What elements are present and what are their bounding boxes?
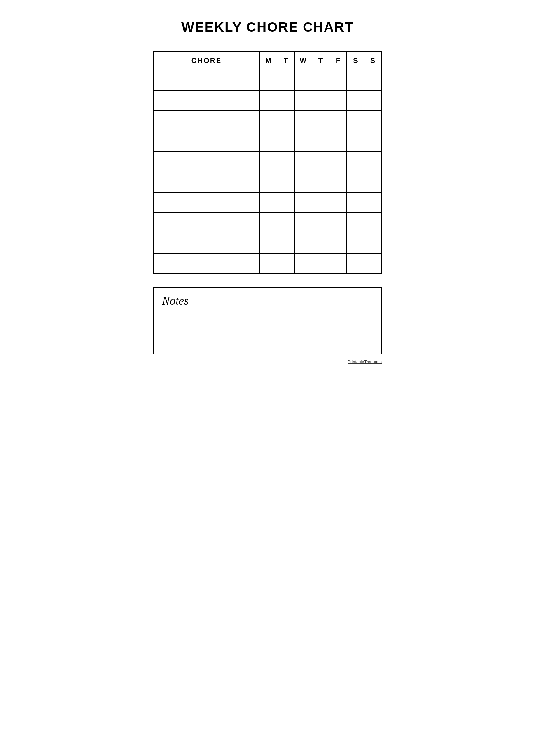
day-cell-1-fri[interactable] [329,70,347,91]
chore-cell-5[interactable] [153,151,260,172]
day-cell-1-mon[interactable] [260,70,277,91]
table-row [153,70,382,91]
day-cell-9-thu[interactable] [312,232,330,254]
notes-line-1[interactable] [214,294,373,305]
chore-column-header: CHORE [153,51,260,70]
day-cell-9-sat[interactable] [347,232,364,254]
day-cell-1-sun[interactable] [364,70,382,91]
page: WEEKLY CHORE CHART CHORE M T W T F S S [134,7,401,385]
day-cell-10-wed[interactable] [295,253,312,274]
day-cell-10-fri[interactable] [329,253,347,274]
day-cell-3-mon[interactable] [260,111,277,131]
day-cell-4-sun[interactable] [364,131,382,152]
day-cell-9-fri[interactable] [329,232,347,254]
day-cell-2-thu[interactable] [312,90,330,111]
day-cell-10-sun[interactable] [364,253,382,274]
day-cell-9-tue[interactable] [277,232,295,254]
day-cell-5-fri[interactable] [329,151,347,172]
day-cell-8-sat[interactable] [347,212,364,233]
header-row: CHORE M T W T F S S [153,51,382,70]
notes-lines [214,294,373,346]
day-cell-9-wed[interactable] [295,232,312,254]
day-cell-6-sun[interactable] [364,172,382,193]
day-cell-5-thu[interactable] [312,151,330,172]
day-cell-7-tue[interactable] [277,192,295,213]
footer-url: PrintableTree.com [348,359,382,364]
day-header-wed: W [295,51,312,70]
table-row [153,212,382,233]
day-cell-8-thu[interactable] [312,212,330,233]
day-cell-2-wed[interactable] [295,90,312,111]
day-cell-9-sun[interactable] [364,232,382,254]
day-cell-3-wed[interactable] [295,111,312,131]
table-row [153,111,382,131]
day-cell-1-wed[interactable] [295,70,312,91]
notes-line-2[interactable] [214,307,373,318]
table-row [153,253,382,274]
chore-cell-2[interactable] [153,90,260,111]
day-cell-6-mon[interactable] [260,172,277,193]
day-cell-2-tue[interactable] [277,90,295,111]
day-cell-3-sun[interactable] [364,111,382,131]
day-cell-2-mon[interactable] [260,90,277,111]
day-cell-10-thu[interactable] [312,253,330,274]
day-cell-2-sun[interactable] [364,90,382,111]
day-cell-8-mon[interactable] [260,212,277,233]
day-cell-9-mon[interactable] [260,232,277,254]
day-cell-1-tue[interactable] [277,70,295,91]
day-cell-2-sat[interactable] [347,90,364,111]
day-cell-7-sun[interactable] [364,192,382,213]
chore-cell-1[interactable] [153,70,260,91]
day-cell-6-tue[interactable] [277,172,295,193]
day-cell-3-fri[interactable] [329,111,347,131]
notes-line-3[interactable] [214,320,373,331]
day-header-sun: S [364,51,382,70]
day-cell-7-mon[interactable] [260,192,277,213]
day-cell-7-thu[interactable] [312,192,330,213]
chart-container: CHORE M T W T F S S [153,51,382,274]
chore-cell-8[interactable] [153,212,260,233]
day-cell-8-fri[interactable] [329,212,347,233]
day-cell-4-fri[interactable] [329,131,347,152]
day-header-sat: S [347,51,364,70]
day-cell-8-wed[interactable] [295,212,312,233]
day-cell-7-sat[interactable] [347,192,364,213]
day-cell-10-mon[interactable] [260,253,277,274]
day-cell-5-mon[interactable] [260,151,277,172]
day-cell-4-tue[interactable] [277,131,295,152]
day-cell-1-sat[interactable] [347,70,364,91]
notes-line-4[interactable] [214,333,373,344]
chore-cell-4[interactable] [153,131,260,152]
day-cell-3-tue[interactable] [277,111,295,131]
day-cell-4-wed[interactable] [295,131,312,152]
day-cell-4-thu[interactable] [312,131,330,152]
day-cell-5-sat[interactable] [347,151,364,172]
day-cell-5-wed[interactable] [295,151,312,172]
day-cell-5-tue[interactable] [277,151,295,172]
page-title: WEEKLY CHORE CHART [153,19,382,35]
chore-cell-7[interactable] [153,192,260,213]
day-cell-6-fri[interactable] [329,172,347,193]
day-cell-2-fri[interactable] [329,90,347,111]
day-cell-7-wed[interactable] [295,192,312,213]
chore-cell-6[interactable] [153,172,260,193]
chore-cell-3[interactable] [153,111,260,131]
table-row [153,131,382,152]
chore-cell-10[interactable] [153,253,260,274]
chore-cell-9[interactable] [153,232,260,254]
day-cell-10-tue[interactable] [277,253,295,274]
day-cell-6-sat[interactable] [347,172,364,193]
day-cell-6-thu[interactable] [312,172,330,193]
table-row [153,172,382,193]
day-cell-6-wed[interactable] [295,172,312,193]
day-cell-10-sat[interactable] [347,253,364,274]
day-cell-8-sun[interactable] [364,212,382,233]
day-cell-3-sat[interactable] [347,111,364,131]
day-cell-4-mon[interactable] [260,131,277,152]
day-cell-7-fri[interactable] [329,192,347,213]
day-cell-8-tue[interactable] [277,212,295,233]
day-cell-1-thu[interactable] [312,70,330,91]
day-cell-5-sun[interactable] [364,151,382,172]
day-cell-3-thu[interactable] [312,111,330,131]
day-cell-4-sat[interactable] [347,131,364,152]
